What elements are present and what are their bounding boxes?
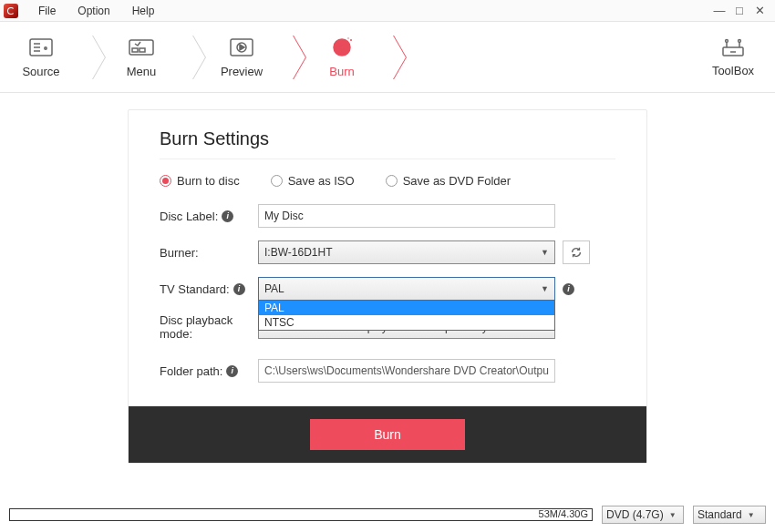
svg-point-4	[45, 47, 46, 49]
chevron-down-icon: ▼	[541, 284, 549, 293]
disc-type-select[interactable]: DVD (4.7G) ▼	[602, 506, 684, 524]
svg-rect-0	[30, 39, 52, 56]
info-icon[interactable]: i	[222, 210, 233, 222]
row-folder-path: Folder path: i	[160, 359, 615, 383]
source-icon	[27, 36, 55, 59]
svg-point-11	[340, 46, 345, 50]
radio-burn-to-disc[interactable]: Burn to disc	[160, 174, 240, 188]
step-burn[interactable]: Burn	[301, 36, 383, 78]
window-controls: — □ ✕	[713, 5, 771, 17]
tv-standard-value: PAL	[264, 282, 284, 295]
svg-rect-6	[132, 48, 138, 52]
status-bar: 53M/4.30G DVD (4.7G) ▼ Standard ▼	[0, 505, 775, 525]
panel-footer: Burn	[129, 406, 646, 463]
chevron-down-icon: ▼	[541, 248, 549, 257]
output-type-radios: Burn to disc Save as ISO Save as DVD Fol…	[160, 174, 615, 188]
row-burner: Burner: I:BW-16D1HT ▼	[160, 240, 615, 264]
chevron-down-icon: ▼	[669, 511, 677, 519]
radio-save-as-iso[interactable]: Save as ISO	[271, 174, 355, 188]
quality-value: Standard	[698, 508, 742, 521]
radio-icon	[271, 175, 283, 187]
panel-title: Burn Settings	[160, 128, 615, 149]
titlebar: File Option Help — □ ✕	[0, 0, 775, 22]
svg-point-17	[726, 40, 728, 43]
app-logo-icon	[4, 4, 18, 18]
radio-save-as-dvd-folder[interactable]: Save as DVD Folder	[386, 174, 512, 188]
radio-icon	[386, 175, 398, 187]
chevron-icon	[182, 30, 201, 85]
tv-standard-dropdown: PAL NTSC	[258, 300, 555, 331]
svg-point-12	[350, 39, 352, 41]
toolbox-label: ToolBox	[702, 64, 764, 77]
menu-option[interactable]: Option	[67, 5, 120, 17]
dropdown-option-pal[interactable]: PAL	[259, 301, 554, 315]
svg-point-18	[739, 40, 741, 43]
minimize-icon[interactable]: —	[713, 5, 726, 17]
chevron-icon	[82, 30, 100, 85]
step-bar: Source Menu Preview Burn ToolBox	[0, 22, 775, 93]
tv-standard-select[interactable]: PAL ▼	[258, 277, 555, 301]
step-source-label: Source	[0, 65, 82, 78]
maximize-icon[interactable]: □	[733, 5, 746, 17]
preview-icon	[228, 36, 255, 59]
burner-select[interactable]: I:BW-16D1HT ▼	[258, 240, 555, 264]
label-disc-label: Disc Label:	[160, 210, 218, 223]
row-tv-standard: TV Standard: i PAL ▼ i PAL NTSC	[160, 277, 615, 301]
label-tv-standard: TV Standard:	[160, 282, 230, 296]
svg-point-13	[347, 37, 348, 38]
step-menu-label: Menu	[100, 65, 182, 78]
disc-type-value: DVD (4.7G)	[606, 508, 664, 521]
label-playback-mode: Disc playback mode:	[160, 313, 258, 341]
chevron-icon	[283, 30, 301, 85]
label-burner: Burner:	[160, 246, 199, 260]
menu-file[interactable]: File	[27, 5, 67, 17]
radio-icon	[160, 175, 171, 187]
step-preview[interactable]: Preview	[201, 36, 283, 78]
step-burn-label: Burn	[301, 65, 383, 78]
folder-path-input[interactable]	[258, 359, 555, 383]
row-disc-label: Disc Label: i	[160, 204, 615, 228]
radio-label: Save as DVD Folder	[403, 174, 512, 188]
info-icon[interactable]: i	[226, 365, 238, 377]
step-source[interactable]: Source	[0, 36, 82, 78]
radio-label: Save as ISO	[288, 174, 355, 188]
chevron-down-icon: ▼	[748, 511, 755, 519]
svg-rect-7	[140, 48, 145, 52]
close-icon[interactable]: ✕	[753, 5, 766, 17]
refresh-icon	[570, 246, 583, 259]
dropdown-option-ntsc[interactable]: NTSC	[259, 315, 554, 330]
burn-button[interactable]: Burn	[310, 419, 465, 450]
toolbox-icon	[720, 36, 746, 58]
divider	[160, 159, 615, 159]
step-preview-label: Preview	[201, 65, 283, 78]
quality-select[interactable]: Standard ▼	[693, 506, 766, 524]
label-folder-path: Folder path:	[160, 364, 222, 378]
burn-settings-panel: Burn Settings Burn to disc Save as ISO S…	[128, 109, 647, 464]
disc-space-progress: 53M/4.30G	[9, 508, 593, 521]
info-icon[interactable]: i	[563, 283, 574, 295]
chevron-icon	[383, 30, 401, 85]
burner-value: I:BW-16D1HT	[264, 246, 332, 259]
info-icon[interactable]: i	[233, 283, 245, 295]
step-menu[interactable]: Menu	[100, 36, 182, 78]
refresh-burner-button[interactable]	[563, 240, 590, 264]
menu-icon	[128, 36, 155, 59]
disc-label-input[interactable]	[258, 204, 555, 228]
menu-help[interactable]: Help	[121, 5, 166, 17]
progress-text: 53M/4.30G	[539, 508, 588, 519]
radio-label: Burn to disc	[177, 174, 240, 188]
toolbox-button[interactable]: ToolBox	[702, 36, 775, 77]
burn-icon	[328, 36, 356, 59]
